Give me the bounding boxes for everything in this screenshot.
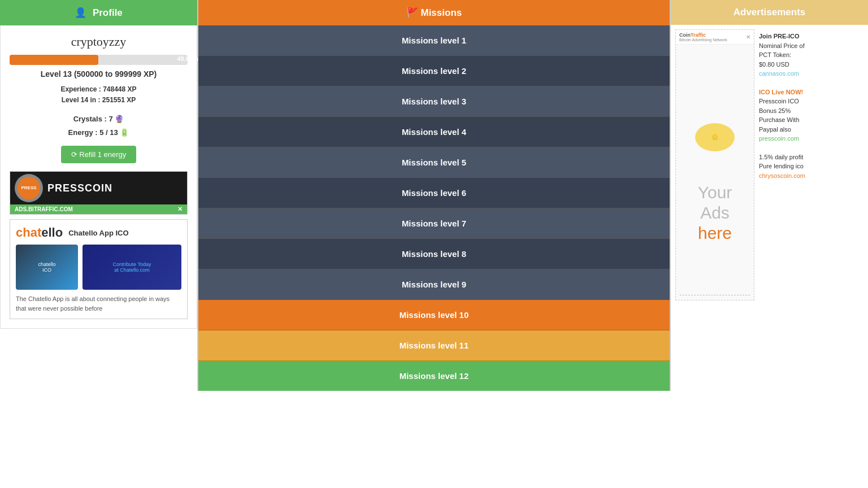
mission-label-7: Missions level 7 bbox=[402, 219, 466, 228]
missions-title: Missions bbox=[420, 7, 462, 18]
mission-label-3: Missions level 3 bbox=[402, 97, 466, 106]
coin-image: 🪙 bbox=[676, 120, 754, 154]
ad-link-1-domain[interactable]: cannasos.com bbox=[759, 69, 863, 79]
ad-link-2-sub2: Bonus 25% bbox=[759, 106, 863, 116]
xp-bar-fill bbox=[10, 55, 98, 65]
chatello-img-right: Contribute Todayat Chatello.com bbox=[83, 245, 181, 290]
xp-bar-label: 49.69% bbox=[99, 55, 277, 62]
right-body: CoinTraffic Bitcoin Advertising Network … bbox=[671, 25, 868, 305]
ad-link-2-sub1: Presscoin ICO bbox=[759, 97, 863, 106]
your-ads-text: YourAdshere bbox=[698, 182, 732, 243]
missions-list: Missions level 1 Missions level 2 Missio… bbox=[198, 25, 670, 391]
ad-link-2: ICO Live NOW! Presscoin ICO Bonus 25% Pu… bbox=[759, 88, 863, 143]
ad-link-3-domain[interactable]: chrysoscoin.com bbox=[759, 171, 863, 181]
energy-label: Energy : bbox=[68, 128, 98, 137]
energy-value: 5 / 13 bbox=[99, 128, 118, 137]
left-panel: 👤 Profile cryptoyzzy 49.69% Level 13 (50… bbox=[0, 0, 198, 391]
cointraffic-logo: CoinTraffic bbox=[679, 32, 727, 38]
level14-label: Level 14 in : bbox=[62, 96, 101, 104]
flag-icon: 🚩 bbox=[406, 7, 418, 18]
cointraffic-info: CoinTraffic Bitcoin Advertising Network bbox=[679, 32, 727, 42]
cointraffic-header: CoinTraffic Bitcoin Advertising Network … bbox=[676, 30, 754, 45]
chatello-img-inner: chatelloICO bbox=[16, 245, 78, 290]
mission-item-10[interactable]: Missions level 10 bbox=[198, 300, 670, 330]
experience-value: 748448 XP bbox=[103, 85, 136, 93]
svg-text:PRESS: PRESS bbox=[21, 185, 37, 190]
xp-bar-container: 49.69% bbox=[10, 55, 188, 65]
mission-item-9[interactable]: Missions level 9 bbox=[198, 269, 670, 300]
mission-label-10: Missions level 10 bbox=[400, 310, 469, 320]
ad-link-1-sub1: Nominal Price of bbox=[759, 41, 863, 51]
right-ad-image: CoinTraffic Bitcoin Advertising Network … bbox=[675, 29, 754, 300]
profile-title: Profile bbox=[93, 7, 123, 18]
refill-button[interactable]: ⟳ Refill 1 energy bbox=[61, 146, 137, 163]
bitraffic-label: ADS.BITRAFFIC.COM bbox=[15, 206, 73, 212]
crystals-label: Crystals : bbox=[73, 115, 107, 123]
mission-label-5: Missions level 5 bbox=[402, 158, 466, 167]
chatello-header: chatello Chatello App ICO bbox=[16, 225, 181, 240]
mission-item-4[interactable]: Missions level 4 bbox=[198, 117, 670, 147]
right-panel: Advertisements CoinTraffic Bitcoin Adver… bbox=[670, 0, 868, 391]
crystals-energy: Crystals : 7 🔮 Energy : 5 / 13 🔋 bbox=[10, 112, 188, 139]
mission-label-12: Missions level 12 bbox=[400, 371, 469, 381]
ad-link-1-sub2: PCT Token: bbox=[759, 50, 863, 60]
ad-link-3-profit: 1.5% daily profit bbox=[759, 152, 863, 162]
mission-label-4: Missions level 4 bbox=[402, 127, 466, 137]
ad-banner-presscoin: PRESS PRESSCOIN ADS.BITRAFFIC.COM ✕ bbox=[10, 171, 188, 215]
crystals-value: 7 bbox=[109, 115, 113, 123]
ad-link-1: Join PRE-ICO Nominal Price of PCT Token:… bbox=[759, 32, 863, 79]
mission-item-1[interactable]: Missions level 1 bbox=[198, 25, 670, 56]
mission-label-11: Missions level 11 bbox=[400, 341, 469, 350]
ad-link-2-title: ICO Live NOW! bbox=[759, 88, 863, 97]
bottom-dashes bbox=[680, 295, 750, 295]
ad-link-1-title: Join PRE-ICO bbox=[759, 32, 863, 41]
profile-body: cryptoyzzy 49.69% Level 13 (500000 to 99… bbox=[0, 25, 197, 329]
advertisements-title: Advertisements bbox=[734, 7, 806, 18]
chatello-image-row: chatelloICO Contribute Todayat Chatello.… bbox=[16, 245, 181, 290]
ad-top: PRESS PRESSCOIN bbox=[10, 172, 187, 204]
ad-link-2-sub3: Purchase With bbox=[759, 115, 863, 125]
mission-label-6: Missions level 6 bbox=[402, 188, 466, 198]
mission-label-9: Missions level 9 bbox=[402, 280, 466, 289]
missions-header: 🚩 Missions bbox=[198, 0, 670, 25]
mission-label-2: Missions level 2 bbox=[402, 66, 466, 76]
profile-header: 👤 Profile bbox=[0, 0, 197, 25]
chatello-img-left: chatelloICO bbox=[16, 245, 78, 290]
chatello-ico-label: Chatello App ICO bbox=[68, 229, 128, 237]
ad-link-1-price: $0.80 USD bbox=[759, 60, 863, 69]
mission-label-1: Missions level 1 bbox=[402, 36, 466, 45]
username: cryptoyzzy bbox=[10, 34, 188, 49]
close-ad1-button[interactable]: ✕ bbox=[177, 206, 183, 213]
ad-link-3-sub1: Pure lending ico bbox=[759, 162, 863, 171]
mission-label-8: Missions level 8 bbox=[402, 249, 466, 259]
mission-item-6[interactable]: Missions level 6 bbox=[198, 178, 670, 208]
svg-text:🪙: 🪙 bbox=[711, 133, 719, 141]
level14-value: 251551 XP bbox=[102, 96, 136, 104]
mission-item-3[interactable]: Missions level 3 bbox=[198, 86, 670, 117]
mission-item-7[interactable]: Missions level 7 bbox=[198, 208, 670, 239]
exp-info: Experience : 748448 XP Level 14 in : 251… bbox=[10, 84, 188, 106]
ad-banner-chatello: chatello Chatello App ICO chatelloICO Co… bbox=[10, 219, 188, 319]
presscoin-brand: PRESSCOIN bbox=[47, 182, 112, 194]
user-icon: 👤 bbox=[75, 7, 86, 18]
experience-label: Experience : bbox=[60, 85, 101, 93]
bitraffic-bar: ADS.BITRAFFIC.COM ✕ bbox=[10, 204, 187, 214]
close-cointraffic-button[interactable]: ✕ bbox=[746, 34, 750, 40]
ad-link-2-sub4: Paypal also bbox=[759, 125, 863, 134]
cointraffic-sub: Bitcoin Advertising Network bbox=[679, 38, 727, 42]
advertisements-header: Advertisements bbox=[671, 0, 868, 25]
level-text: Level 13 (500000 to 999999 XP) bbox=[10, 69, 188, 79]
ad-link-3: 1.5% daily profit Pure lending ico chrys… bbox=[759, 152, 863, 181]
presscoin-logo: PRESS bbox=[15, 174, 43, 202]
mission-item-5[interactable]: Missions level 5 bbox=[198, 147, 670, 178]
right-ad-links: Join PRE-ICO Nominal Price of PCT Token:… bbox=[759, 29, 863, 300]
chatello-logo: chatello bbox=[16, 225, 63, 240]
mission-item-11[interactable]: Missions level 11 bbox=[198, 330, 670, 361]
mission-item-12[interactable]: Missions level 12 bbox=[198, 361, 670, 391]
mission-item-8[interactable]: Missions level 8 bbox=[198, 239, 670, 269]
ad-link-2-domain[interactable]: presscoin.com bbox=[759, 134, 863, 143]
chatello-ad-text: The Chatello App is all about connecting… bbox=[16, 294, 181, 313]
